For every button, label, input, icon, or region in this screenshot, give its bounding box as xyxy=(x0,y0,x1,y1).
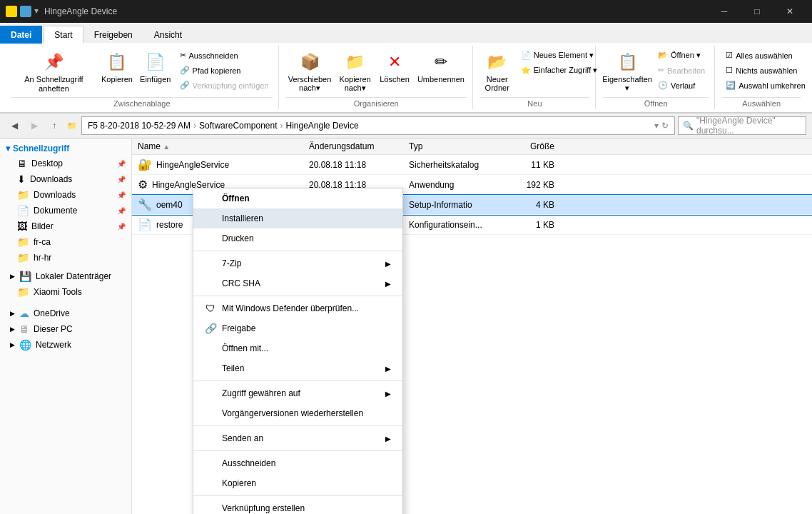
ribbon-group-zwischenablage: 📌 An Schnellzugriff anheften 📋 Kopieren … xyxy=(6,46,279,109)
file-icon-3: 📄 xyxy=(138,218,152,231)
ctx-item-10[interactable]: Teilen▶ xyxy=(193,358,402,378)
forward-button[interactable]: ▶ xyxy=(26,117,43,134)
ribbon-group-label-zwischenablage: Zwischenablage xyxy=(11,97,273,109)
dieser-pc-icon: 🖥 xyxy=(19,323,29,335)
address-dropdown[interactable]: ▾ xyxy=(654,121,659,131)
file-size-0: 11 KB xyxy=(503,157,560,173)
ctx-item-4[interactable]: 7-Zip▶ xyxy=(193,253,402,273)
ctx-item-15[interactable]: Senden an▶ xyxy=(193,428,402,448)
ctx-label-13: Vorgängerversionen wiederherstellen xyxy=(222,408,363,418)
col-header-name[interactable]: Name ▲ xyxy=(132,138,303,154)
ctx-separator-6 xyxy=(193,296,402,296)
downloads-icon-2: 📁 xyxy=(17,189,29,201)
ribbon-btn-ausschneiden[interactable]: ✂ Ausschneiden xyxy=(176,49,273,62)
ctx-item-7[interactable]: 🛡Mit Windows Defender überprüfen... xyxy=(193,298,402,318)
ribbon-btn-neues-element[interactable]: 📄 Neues Element ▾ xyxy=(517,49,602,62)
sidebar-item-lokaler[interactable]: ▶ 💾 Lokaler Datenträger xyxy=(0,268,131,284)
back-button[interactable]: ◀ xyxy=(6,117,23,134)
search-box[interactable]: 🔍 "HingeAngle Device" durchsu... xyxy=(678,116,806,135)
tab-freigeben[interactable]: Freigeben xyxy=(83,26,143,44)
ribbon-btn-kopieren-nach[interactable]: 📁 Kopierennach▾ xyxy=(336,49,373,95)
ribbon-btn-pfad[interactable]: 🔗 Pfad kopieren xyxy=(176,64,273,77)
ctx-item-5[interactable]: CRC SHA▶ xyxy=(193,273,402,293)
ribbon-btn-umbenennen[interactable]: ✏ Umbenennen xyxy=(415,49,467,86)
sidebar-item-desktop[interactable]: 🖥 Desktop 📌 xyxy=(0,156,131,171)
new-element-icon: 📄 xyxy=(521,51,531,60)
up-button[interactable]: ↑ xyxy=(46,117,63,134)
ribbon-btn-umkehren[interactable]: 🔄 Auswahl umkehren xyxy=(722,79,809,92)
tab-start[interactable]: Start xyxy=(44,26,83,44)
ribbon-btn-verschieben[interactable]: 📦 Verschiebennach▾ xyxy=(286,49,334,95)
tab-ansicht[interactable]: Ansicht xyxy=(143,26,193,44)
minimize-button[interactable]: ─ xyxy=(708,0,741,23)
file-icon-2: 🔧 xyxy=(138,198,152,211)
ctx-item-20[interactable]: Verknüpfung erstellen xyxy=(193,498,402,514)
file-name-0: HingeAngleService xyxy=(156,160,229,170)
ctx-label-1: Installieren xyxy=(222,213,263,223)
sidebar-item-xiaomi[interactable]: 📁 Xiaomi Tools xyxy=(0,284,131,300)
file-row-0[interactable]: 🔐 HingeAngleService 20.08.18 11:18 Siche… xyxy=(132,155,812,175)
path-part-1[interactable]: F5 8-20-2018 10-52-29 AM xyxy=(88,121,191,131)
sidebar-item-dokumente[interactable]: 📄 Dokumente 📌 xyxy=(0,203,131,218)
ctx-item-17[interactable]: Ausschneiden xyxy=(193,453,402,473)
sidebar-item-downloads-2[interactable]: 📁 Downloads 📌 xyxy=(0,187,131,203)
address-refresh[interactable]: ↻ xyxy=(661,121,669,131)
close-button[interactable]: ✕ xyxy=(773,0,806,23)
ctx-item-1[interactable]: Installieren xyxy=(193,208,402,228)
address-path[interactable]: F5 8-20-2018 10-52-29 AM › SoftwareCompo… xyxy=(81,116,675,135)
ribbon-btn-verknuepfung[interactable]: 🔗 Verknüpfung einfügen xyxy=(176,79,273,92)
ctx-item-13[interactable]: Vorgängerversionen wiederherstellen xyxy=(193,403,402,423)
file-name-2: oem40 xyxy=(156,200,183,210)
ctx-icon-9 xyxy=(205,343,216,354)
rename-icon: ✏ xyxy=(430,51,452,74)
maximize-button[interactable]: □ xyxy=(741,0,773,23)
ctx-item-9[interactable]: Öffnen mit... xyxy=(193,338,402,358)
pin-icon-downloads-2: 📌 xyxy=(117,191,126,199)
ctx-item-0[interactable]: Öffnen xyxy=(193,188,402,208)
window-title: HingeAngle Device xyxy=(44,6,708,16)
main-container: ▾ Schnellzugriff 🖥 Desktop 📌 ⬇ Downloads… xyxy=(0,138,812,514)
ribbon-btn-loeschen[interactable]: ✕ Löschen xyxy=(377,49,412,86)
ribbon-small-group-oeffnen: 📂 Öffnen ▾ ✏ Bearbeiten 🕒 Verlauf xyxy=(654,49,709,92)
ctx-icon-13 xyxy=(205,408,216,419)
ctx-icon-18 xyxy=(205,478,216,489)
ribbon-btn-nichts[interactable]: ☐ Nichts auswählen xyxy=(722,64,809,77)
col-header-type[interactable]: Typ xyxy=(403,138,503,154)
file-type-2: Setup-Informatio xyxy=(403,197,503,213)
sidebar-item-bilder[interactable]: 🖼 Bilder 📌 xyxy=(0,218,131,234)
ribbon-btn-anheften[interactable]: 📌 An Schnellzugriff anheften xyxy=(11,49,96,96)
col-header-date[interactable]: Änderungsdatum xyxy=(303,138,403,154)
ctx-submenu-arrow-12: ▶ xyxy=(385,390,391,398)
downloads-icon-1: ⬇ xyxy=(17,173,26,185)
path-part-3[interactable]: HingeAngle Device xyxy=(286,121,359,131)
ctx-item-12[interactable]: Zugriff gewähren auf▶ xyxy=(193,383,402,403)
ribbon-btn-neuer-ordner[interactable]: 📂 NeuerOrdner xyxy=(480,49,514,94)
ribbon-btn-eigenschaften[interactable]: 📋 Eigenschaften▾ xyxy=(603,49,651,95)
ribbon-btn-kopieren[interactable]: 📋 Kopieren xyxy=(99,49,135,86)
path-icon: 🔗 xyxy=(180,66,190,75)
sidebar-item-hr-hr[interactable]: 📁 hr-hr xyxy=(0,250,131,266)
ctx-submenu-arrow-5: ▶ xyxy=(385,280,391,288)
ribbon-btn-alles[interactable]: ☑ Alles auswählen xyxy=(722,49,809,62)
sidebar-item-onedrive[interactable]: ▶ ☁ OneDrive xyxy=(0,306,131,321)
ribbon-btn-einfacher-zugriff[interactable]: ⭐ Einfacher Zugriff ▾ xyxy=(517,64,602,77)
sidebar-item-fr-ca[interactable]: 📁 fr-ca xyxy=(0,234,131,250)
sidebar-item-netzwerk[interactable]: ▶ 🌐 Netzwerk xyxy=(0,337,131,353)
col-header-size[interactable]: Größe xyxy=(503,138,560,154)
ribbon-btn-oeffnen[interactable]: 📂 Öffnen ▾ xyxy=(654,49,709,62)
sidebar: ▾ Schnellzugriff 🖥 Desktop 📌 ⬇ Downloads… xyxy=(0,138,132,514)
tab-datei[interactable]: Datei xyxy=(0,26,42,44)
ribbon-btn-einfuegen[interactable]: 📄 Einfügen xyxy=(138,49,173,86)
ctx-item-8[interactable]: 🔗Freigabe xyxy=(193,318,402,338)
ctx-item-18[interactable]: Kopieren xyxy=(193,473,402,493)
sidebar-item-downloads-1[interactable]: ⬇ Downloads 📌 xyxy=(0,171,131,187)
dokumente-icon: 📄 xyxy=(17,205,29,216)
sidebar-header-quickaccess[interactable]: ▾ Schnellzugriff xyxy=(0,141,131,156)
lokaler-icon: 💾 xyxy=(19,271,31,282)
ctx-item-2[interactable]: Drucken xyxy=(193,228,402,248)
path-part-2[interactable]: SoftwareComponent xyxy=(199,121,277,131)
ribbon-btn-verlauf[interactable]: 🕒 Verlauf xyxy=(654,79,709,92)
ribbon-tabs: Datei Start Freigeben Ansicht xyxy=(0,23,812,43)
sidebar-item-dieser-pc[interactable]: ▶ 🖥 Dieser PC xyxy=(0,321,131,337)
ribbon-btn-bearbeiten[interactable]: ✏ Bearbeiten xyxy=(654,64,709,77)
